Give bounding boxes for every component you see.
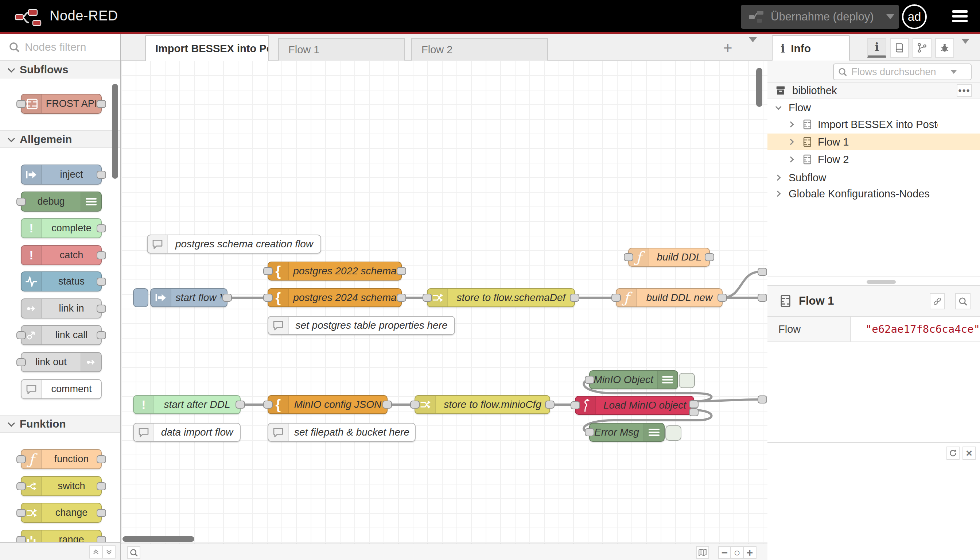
output-port[interactable] <box>96 455 106 463</box>
output-port[interactable] <box>705 253 714 261</box>
output-port[interactable] <box>397 267 406 275</box>
main-menu-button[interactable] <box>952 10 968 25</box>
tree-item-import-bessex[interactable]: Import BESSEX into Postgres <box>767 116 980 133</box>
tree-item-flow-2[interactable]: Flow 2 <box>767 151 980 168</box>
change-node-store-schemadef[interactable]: store to flow.schemaDef <box>427 288 575 307</box>
palette-filter-input[interactable] <box>25 41 112 53</box>
input-port[interactable] <box>17 536 26 542</box>
zoom-out-button[interactable]: − <box>718 546 731 559</box>
output-port[interactable] <box>96 171 106 179</box>
tree-item-subflow[interactable]: Subflow <box>767 169 980 186</box>
output-port[interactable] <box>382 400 392 408</box>
output-port[interactable] <box>96 100 106 108</box>
tab-flow-2[interactable]: Flow 2 <box>411 38 548 60</box>
output-port[interactable] <box>223 294 232 302</box>
input-port[interactable] <box>17 455 26 463</box>
tab-flow-1[interactable]: Flow 1 <box>278 38 405 60</box>
tree-item-flow-1[interactable]: Flow 1 <box>767 133 980 150</box>
input-port[interactable] <box>17 331 26 339</box>
palette-node-link-call[interactable]: link call <box>21 325 102 345</box>
palette-category-subflows[interactable]: Subflows <box>0 60 120 78</box>
output-port[interactable] <box>236 400 245 408</box>
debug-tab-button[interactable] <box>935 38 954 58</box>
output-port[interactable] <box>96 305 106 313</box>
output-port[interactable] <box>96 224 106 232</box>
minimap-button[interactable] <box>696 546 709 559</box>
template-node-minio-config-json[interactable]: { MinIO config JSON <box>267 395 387 414</box>
palette-category-allgemein[interactable]: Allgemein <box>0 130 120 148</box>
palette-node-link-out[interactable]: link out <box>21 352 102 372</box>
canvas-search-button[interactable] <box>127 546 140 559</box>
comment-node-postgres-schema-creation-flow[interactable]: postgres schema creation flow <box>147 235 321 253</box>
input-port[interactable] <box>17 100 26 108</box>
help-tab-button[interactable] <box>890 38 909 58</box>
debug-node-error-msg[interactable]: Error Msg <box>589 423 664 442</box>
close-panel-button[interactable]: × <box>962 447 976 460</box>
deploy-button[interactable]: Übernahme (deploy) <box>741 5 882 29</box>
palette-category-funktion[interactable]: Funktion <box>0 415 120 433</box>
flow-canvas[interactable]: postgres schema creation flow set postgr… <box>121 60 767 543</box>
sidebar-menu-button[interactable] <box>962 44 969 61</box>
palette-node-switch[interactable]: switch <box>21 476 102 496</box>
input-port[interactable] <box>410 400 420 408</box>
offscreen-input-port[interactable] <box>757 395 767 403</box>
debug-enable-toggle[interactable] <box>679 373 695 388</box>
flow-search-box[interactable] <box>833 63 972 80</box>
search-flow-button[interactable] <box>955 293 970 309</box>
input-port[interactable] <box>17 509 26 517</box>
debug-node-minio-object[interactable]: MinIO Object <box>589 370 678 389</box>
palette-scrollbar[interactable] <box>112 84 118 179</box>
output-port[interactable] <box>96 331 106 339</box>
tree-item-flow-root[interactable]: Flow <box>767 99 980 116</box>
deploy-options-button[interactable] <box>882 5 899 29</box>
canvas-vertical-scrollbar[interactable] <box>756 68 762 107</box>
output-port[interactable] <box>96 509 106 517</box>
info-tab-button[interactable]: i <box>867 38 886 58</box>
palette-node-change[interactable]: change <box>21 503 102 523</box>
zoom-in-button[interactable]: + <box>744 546 756 559</box>
input-port[interactable] <box>263 267 273 275</box>
flow-search-input[interactable] <box>851 67 950 78</box>
input-port[interactable] <box>585 428 594 436</box>
config-nodes-tab-button[interactable] <box>912 38 932 58</box>
output-port[interactable] <box>96 482 106 490</box>
output-port-1[interactable] <box>689 400 699 408</box>
offscreen-input-port[interactable] <box>757 268 767 276</box>
input-port[interactable] <box>422 294 432 302</box>
comment-node-set-postgres-table-properties[interactable]: set postgres table properties here <box>267 316 455 335</box>
output-port[interactable] <box>397 294 406 302</box>
palette-node-inject[interactable]: inject <box>21 165 102 185</box>
add-flow-button[interactable]: + <box>723 39 733 57</box>
library-menu-button[interactable]: ••• <box>957 84 972 97</box>
input-port[interactable] <box>17 358 26 366</box>
panel-resize-handle[interactable] <box>867 280 896 284</box>
complete-node-start-after-ddl[interactable]: ! start after DDL <box>133 395 241 414</box>
input-port[interactable] <box>624 253 633 261</box>
output-port[interactable] <box>96 252 106 259</box>
input-port[interactable] <box>17 482 26 490</box>
palette-node-range[interactable]: range <box>21 530 102 542</box>
input-port[interactable] <box>585 376 594 384</box>
comment-node-set-filepath-bucket[interactable]: set filepath & bucket here <box>267 423 415 442</box>
palette-node-status[interactable]: status <box>21 272 102 292</box>
palette-node-link-in[interactable]: link in <box>21 298 102 318</box>
tab-import-bessex[interactable]: Import BESSEX into Postgres <box>145 35 269 61</box>
change-node-store-miniocfg[interactable]: store to flow.minioCfg <box>415 395 550 414</box>
palette-node-catch[interactable]: ! catch <box>21 245 102 265</box>
palette-node-debug[interactable]: debug <box>21 192 102 212</box>
debug-enable-toggle[interactable] <box>665 425 681 441</box>
tab-info[interactable]: i Info <box>772 35 850 61</box>
refresh-button[interactable] <box>947 447 960 460</box>
copy-link-button[interactable] <box>930 293 945 309</box>
flow-list-button[interactable] <box>749 42 757 60</box>
input-port[interactable] <box>17 198 26 206</box>
tree-item-global-config-nodes[interactable]: Globale Konfigurations-Nodes <box>767 185 980 202</box>
minio-node-load-minio-object[interactable]: Load MinIO object <box>575 396 694 415</box>
input-port[interactable] <box>263 294 273 302</box>
palette-node-complete[interactable]: ! complete <box>21 218 102 238</box>
zoom-reset-button[interactable]: ○ <box>731 546 744 559</box>
function-node-build-ddl-new[interactable]: ƒ build DDL new <box>616 288 723 307</box>
template-node-postgres-2024-schema[interactable]: { postgres 2024 schema <box>267 288 402 307</box>
inject-node-start-flow[interactable]: start flow ¹ <box>150 288 228 307</box>
palette-filter[interactable] <box>0 34 120 60</box>
